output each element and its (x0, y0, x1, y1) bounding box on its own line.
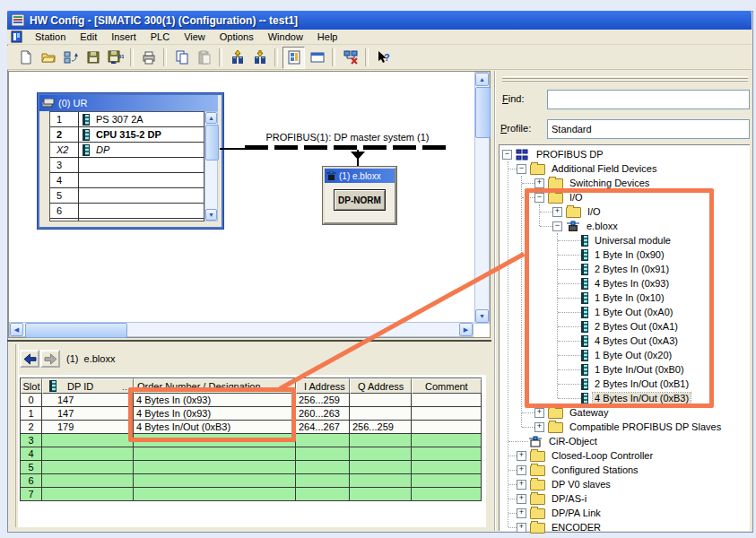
profile-select[interactable] (547, 119, 750, 139)
tree-item-cir-object[interactable]: CiR-Object (499, 434, 750, 448)
scroll-thumb[interactable] (25, 323, 127, 338)
rack-row[interactable]: 1PS 307 2A (50, 112, 204, 127)
tree-item-dp-v0-slaves[interactable]: DP V0 slaves (499, 477, 750, 491)
station-hscrollbar[interactable]: ◀ ▶ (9, 322, 474, 337)
expand-icon[interactable] (552, 207, 562, 217)
header-q-address[interactable]: Q Address (350, 378, 412, 394)
scroll-down-icon[interactable]: ▼ (205, 209, 217, 221)
tree-item-configured-stations[interactable]: Configured Stations (499, 463, 750, 477)
menu-plc[interactable]: PLC (143, 30, 177, 43)
tree-item-2-bytes-out-0xa1[interactable]: 2 Bytes Out (0xA1) (499, 319, 750, 334)
print-button[interactable] (138, 48, 159, 68)
menu-window[interactable]: Window (261, 30, 310, 43)
tree-item-closed-loop-controller[interactable]: Closed-Loop Controller (499, 448, 750, 463)
rack-row[interactable]: X2DP (50, 143, 204, 158)
station-vscrollbar[interactable]: ▲ ▼ (474, 72, 490, 324)
scroll-right-icon[interactable]: ▶ (459, 323, 473, 336)
expand-icon[interactable] (517, 494, 526, 504)
menu-insert[interactable]: Insert (104, 30, 143, 43)
dp-slave-box[interactable]: (1) e.bloxx DP-NORM (323, 167, 396, 224)
collapse-icon[interactable] (517, 164, 526, 174)
catalog-drag-handle[interactable] (502, 76, 748, 82)
header-slot[interactable]: Slot (21, 378, 42, 394)
expand-icon[interactable] (534, 422, 544, 432)
menu-station[interactable]: Station (28, 30, 73, 43)
find-input[interactable] (547, 90, 750, 109)
header-order-number[interactable]: Order Number / Designation (134, 378, 296, 394)
tree-item-1-byte-inout-0xb0[interactable]: 1 Byte In/Out (0xB0) (499, 362, 750, 377)
tree-item-1-byte-out-0xa0[interactable]: 1 Byte Out (0xA0) (499, 305, 750, 319)
tree-item-1-byte-out-0x20[interactable]: 1 Byte Out (0x20) (499, 348, 750, 362)
expand-icon[interactable] (517, 523, 526, 533)
scroll-left-icon[interactable]: ◀ (10, 323, 23, 336)
menu-options[interactable]: Options (213, 30, 261, 43)
scroll-down-icon[interactable]: ▼ (475, 309, 489, 323)
scroll-thumb[interactable] (475, 87, 491, 138)
tree-item-io[interactable]: I/O (499, 190, 750, 204)
rack-row[interactable]: 5 (50, 188, 204, 204)
upload-from-plc-button[interactable] (249, 48, 270, 68)
tree-item-1-byte-in-0x10[interactable]: 1 Byte In (0x10) (499, 291, 750, 305)
rack-row[interactable]: 2CPU 315-2 DP (50, 127, 204, 143)
table-row[interactable]: 2 179 4 Bytes In/Out (0xB3) 264...267 25… (21, 421, 482, 434)
menu-view[interactable]: View (177, 30, 213, 43)
new-station-button[interactable] (15, 48, 36, 68)
expand-icon[interactable] (534, 408, 544, 418)
download-to-plc-button[interactable] (227, 48, 248, 68)
table-row[interactable]: 4 (21, 447, 482, 461)
tree-item-4-bytes-in-0x93[interactable]: 4 Bytes In (0x93) (499, 276, 750, 291)
tree-item-compatible-profibus-dp-slaves[interactable]: Compatible PROFIBUS DP Slaves (499, 420, 750, 434)
paste-button[interactable] (194, 48, 214, 68)
rack-row[interactable]: 4 (50, 173, 204, 188)
header-comment[interactable]: Comment (412, 378, 482, 394)
rack-row[interactable]: 7 (50, 219, 204, 221)
address-overview-button[interactable] (307, 48, 327, 68)
forward-button[interactable] (40, 350, 60, 368)
tree-item-additional-field-devices[interactable]: Additional Field Devices (499, 161, 750, 176)
back-button[interactable] (20, 350, 39, 368)
catalog-toggle-button[interactable] (282, 47, 305, 69)
rack-row[interactable]: 3 (50, 158, 204, 173)
menu-help[interactable]: Help (310, 30, 345, 43)
rack-title-bar[interactable]: (0) UR (39, 95, 218, 111)
scroll-up-icon[interactable]: ▲ (475, 73, 489, 86)
collapse-icon[interactable] (552, 221, 562, 231)
table-row[interactable]: 7 (21, 488, 482, 501)
tree-item-gateway[interactable]: Gateway (499, 405, 750, 420)
menu-edit[interactable]: Edit (73, 30, 104, 43)
help-cursor-button[interactable]: ? (373, 48, 394, 68)
table-row[interactable]: 0 147 4 Bytes In (0x93) 256...259 (21, 394, 482, 407)
table-row[interactable]: 1 147 4 Bytes In (0x93) 260...263 (21, 407, 482, 421)
tree-item-2-bytes-inout-0xb1[interactable]: 2 Bytes In/Out (0xB1) (499, 377, 750, 391)
tree-item-io-sub[interactable]: I/O (499, 204, 750, 219)
expand-icon[interactable] (517, 480, 526, 490)
tree-item-switching-devices[interactable]: Switching Devices (499, 176, 750, 190)
rack-row[interactable]: 6 (50, 204, 204, 219)
scroll-thumb[interactable] (205, 125, 219, 161)
collapse-icon[interactable] (502, 150, 512, 160)
tree-item-dp-pa-link[interactable]: DP/PA Link (499, 506, 750, 520)
tree-item-2-bytes-in-0x91[interactable]: 2 Bytes In (0x91) (499, 262, 750, 276)
expand-icon[interactable] (517, 451, 526, 461)
scroll-up-icon[interactable]: ▲ (205, 112, 217, 124)
copy-button[interactable] (171, 48, 192, 68)
table-row[interactable]: 3 (21, 434, 482, 447)
tree-item-1-byte-in-0x90[interactable]: 1 Byte In (0x90) (499, 247, 750, 262)
expand-icon[interactable] (517, 508, 526, 518)
open-online-button[interactable] (60, 48, 81, 68)
tree-item-dp-as-i[interactable]: DP/AS-i (499, 491, 750, 506)
profibus-line[interactable] (245, 145, 449, 150)
tree-item-4-bytes-out-0xa3[interactable]: 4 Bytes Out (0xA3) (499, 334, 750, 348)
tree-item-ebloxx[interactable]: e.bloxx (499, 219, 750, 233)
tree-item-profibus-dp[interactable]: PROFIBUS DP (499, 147, 750, 161)
header-i-address[interactable]: I Address (296, 378, 350, 394)
tree-item-4-bytes-inout-0xb3[interactable]: 4 Bytes In/Out (0xB3) (499, 391, 750, 405)
tree-item-universal-module[interactable]: Universal module (499, 233, 750, 247)
expand-icon[interactable] (534, 178, 544, 188)
expand-icon[interactable] (517, 465, 526, 475)
network-configuration-button[interactable] (340, 48, 361, 68)
save-and-compile-button[interactable]: 01 (105, 48, 126, 68)
header-dp-id[interactable]: DP ID... (42, 378, 134, 394)
save-button[interactable] (83, 48, 103, 68)
tree-item-encoder[interactable]: ENCODER (499, 520, 750, 534)
